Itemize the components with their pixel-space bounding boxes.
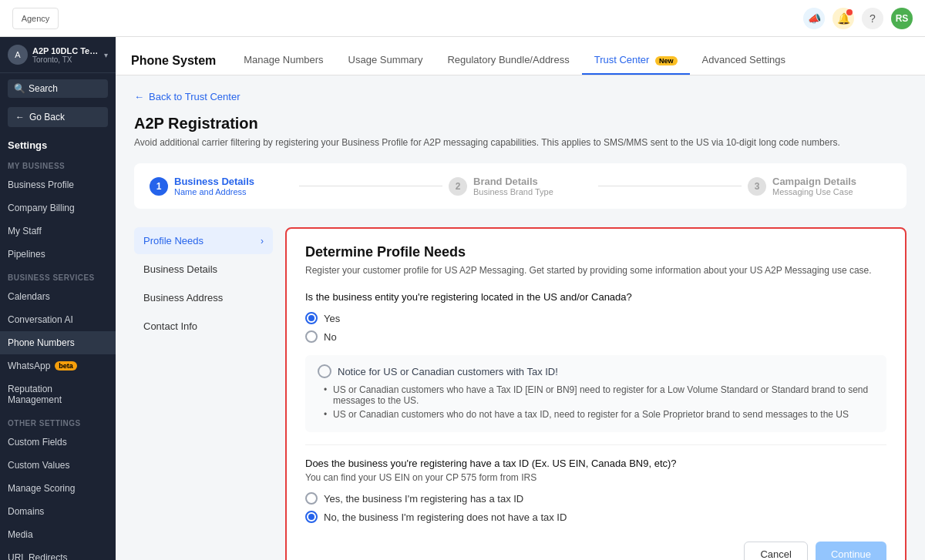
page-title: A2P Registration: [134, 115, 906, 132]
form-divider: [305, 444, 886, 445]
phone-system-header: Phone System Manage Numbers Usage Summar…: [116, 37, 925, 75]
step-2: 2 Brand Details Business Brand Type: [449, 176, 592, 196]
continue-button[interactable]: Continue: [816, 542, 886, 560]
phone-system-title: Phone System: [131, 54, 216, 68]
sidebar-search-area: 🔍 Search: [0, 73, 116, 104]
phone-system-title-row: Phone System Manage Numbers Usage Summar…: [131, 37, 910, 75]
step-line-1: [299, 186, 442, 186]
step-3-sublabel: Messaging Use Case: [772, 187, 856, 196]
main-layout: A A2P 10DLC Test - Sh... Toronto, TX ▾ 🔍…: [0, 37, 925, 560]
sidebar-item-custom-values[interactable]: Custom Values: [0, 454, 116, 477]
right-panel: Determine Profile Needs Register your cu…: [285, 227, 906, 560]
tab-advanced-settings[interactable]: Advanced Settings: [690, 46, 798, 75]
step-3-label: Campaign Details: [772, 176, 856, 187]
go-back-label: Go Back: [29, 112, 65, 122]
trust-center-new-badge: New: [655, 56, 678, 65]
sidebar-item-business-profile[interactable]: Business Profile: [0, 173, 116, 196]
chevron-right-icon: ›: [261, 236, 264, 246]
tab-trust-center[interactable]: Trust Center New: [582, 46, 690, 75]
tab-usage-summary[interactable]: Usage Summary: [336, 46, 436, 75]
search-placeholder: Search: [29, 83, 58, 94]
sidebar-item-url-redirects[interactable]: URL Redirects: [0, 546, 116, 560]
radio-no-circle: [305, 330, 318, 343]
sidebar-item-my-staff[interactable]: My Staff: [0, 220, 116, 243]
tax-hint: You can find your US EIN on your CP 575 …: [305, 472, 886, 483]
step-1-info: Business Details Name and Address: [174, 176, 254, 196]
cancel-button[interactable]: Cancel: [744, 542, 807, 560]
topbar: Agency 📣 🔔 ? RS: [0, 0, 925, 37]
notice-box: Notice for US or Canadian customers with…: [305, 355, 886, 432]
notice-item-2: US or Canadian customers who do not have…: [324, 409, 874, 420]
radio-has-tax-label: Yes, the business I'm registering has a …: [324, 493, 523, 505]
question-1: Is the business entity you're registerin…: [305, 291, 886, 303]
notice-list: US or Canadian customers who have a Tax …: [318, 384, 874, 420]
radio-yes[interactable]: Yes: [305, 312, 886, 324]
question-icon[interactable]: ?: [862, 8, 883, 29]
notice-header-text: Notice for US or Canadian customers with…: [338, 366, 558, 377]
step-3-circle: 3: [748, 177, 766, 196]
left-nav: Profile Needs › Business Details Busines…: [134, 227, 273, 560]
sidebar-item-media[interactable]: Media: [0, 523, 116, 546]
section-my-business: MY BUSINESS: [0, 154, 116, 173]
left-nav-contact-info[interactable]: Contact Info: [134, 313, 273, 340]
notification-badge: [846, 9, 853, 15]
left-nav-business-address[interactable]: Business Address: [134, 284, 273, 311]
tab-regulatory-bundle[interactable]: Regulatory Bundle/Address: [435, 46, 581, 75]
go-back-button[interactable]: ← Go Back: [8, 107, 108, 127]
breadcrumb-arrow-icon: ←: [134, 91, 144, 102]
step-1-sublabel: Name and Address: [174, 187, 254, 196]
settings-label: Settings: [0, 133, 116, 154]
step-2-info: Brand Details Business Brand Type: [473, 176, 553, 196]
tab-manage-numbers[interactable]: Manage Numbers: [231, 46, 335, 75]
profile-box-title: Determine Profile Needs: [305, 244, 886, 260]
step-2-label: Brand Details: [473, 176, 553, 187]
step-2-sublabel: Business Brand Type: [473, 187, 553, 196]
sidebar-item-calendars[interactable]: Calendars: [0, 285, 116, 308]
radio-has-tax[interactable]: Yes, the business I'm registering has a …: [305, 492, 886, 505]
breadcrumb-label: Back to Trust Center: [149, 91, 240, 102]
megaphone-icon[interactable]: 📣: [803, 8, 825, 29]
left-nav-business-details[interactable]: Business Details: [134, 256, 273, 283]
two-panel: Profile Needs › Business Details Busines…: [134, 227, 906, 560]
radio-no[interactable]: No: [305, 330, 886, 343]
radio-no-tax-label: No, the business I'm registering does no…: [324, 511, 567, 523]
step-1: 1 Business Details Name and Address: [150, 176, 293, 196]
sidebar-account-name: A2P 10DLC Test - Sh...: [32, 46, 99, 55]
step-2-circle: 2: [449, 177, 467, 196]
step-1-circle: 1: [150, 177, 168, 196]
chevron-down-icon: ▾: [104, 51, 108, 59]
step-1-label: Business Details: [174, 176, 254, 187]
left-nav-profile-needs[interactable]: Profile Needs ›: [134, 227, 273, 254]
search-input[interactable]: 🔍 Search: [8, 79, 108, 98]
step-line-2: [598, 186, 742, 186]
sidebar-item-domains[interactable]: Domains: [0, 500, 116, 523]
sidebar-item-conversation-ai[interactable]: Conversation AI: [0, 308, 116, 331]
sidebar-account-avatar: A: [8, 45, 28, 65]
bell-icon[interactable]: 🔔: [832, 8, 854, 29]
sidebar-account[interactable]: A A2P 10DLC Test - Sh... Toronto, TX ▾: [0, 37, 116, 73]
sidebar-item-company-billing[interactable]: Company Billing: [0, 196, 116, 220]
sidebar-item-reputation-management[interactable]: Reputation Management: [0, 377, 116, 411]
sidebar-item-phone-numbers[interactable]: Phone Numbers: [0, 331, 116, 354]
breadcrumb[interactable]: ← Back to Trust Center: [134, 91, 906, 102]
profile-needs-box: Determine Profile Needs Register your cu…: [285, 227, 906, 560]
profile-box-description: Register your customer profile for US A2…: [305, 265, 886, 276]
sidebar: A A2P 10DLC Test - Sh... Toronto, TX ▾ 🔍…: [0, 37, 116, 560]
topbar-right: 📣 🔔 ? RS: [803, 8, 913, 29]
sidebar-account-info: A2P 10DLC Test - Sh... Toronto, TX: [32, 46, 99, 64]
sidebar-item-custom-fields[interactable]: Custom Fields: [0, 431, 116, 454]
agency-logo: Agency: [12, 8, 59, 29]
section-other-settings: OTHER SETTINGS: [0, 411, 116, 431]
step-3-info: Campaign Details Messaging Use Case: [772, 176, 856, 196]
page-content: ← Back to Trust Center A2P Registration …: [116, 75, 925, 560]
avatar-icon[interactable]: RS: [891, 8, 913, 29]
radio-no-tax[interactable]: No, the business I'm registering does no…: [305, 511, 886, 523]
sidebar-item-pipelines[interactable]: Pipelines: [0, 243, 116, 266]
topbar-left: Agency: [12, 8, 59, 29]
page-description: Avoid additional carrier filtering by re…: [134, 137, 906, 148]
arrow-left-icon: ←: [15, 112, 25, 122]
sidebar-item-whatsapp[interactable]: WhatsApp beta: [0, 354, 116, 377]
radio-has-tax-circle: [305, 492, 318, 505]
sidebar-item-manage-scoring[interactable]: Manage Scoring: [0, 477, 116, 500]
radio-yes-label: Yes: [324, 313, 340, 324]
